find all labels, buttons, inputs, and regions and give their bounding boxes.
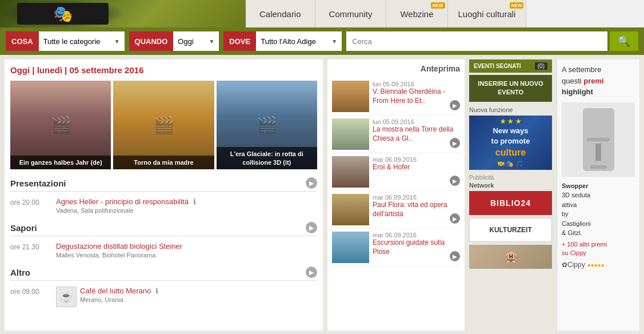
kulturzeit-banner[interactable]: KULTURZEIT	[469, 218, 552, 242]
event-location-agnes: Vadena, Sala polifunzionale	[56, 207, 317, 214]
preview-title-1[interactable]: V. Biennale Gherdëina - From Here to Et.…	[373, 88, 460, 105]
preview-panel: Anteprima lun 05.09.2016 V. Biennale Ghe…	[327, 59, 465, 331]
event-link-agnes[interactable]: Agnes Heller - principio di responsabili…	[56, 197, 196, 206]
event-location-degust: Malles Venosta, Biohotel Panorama	[56, 252, 317, 259]
ad-panel: A settembre questi premi highlight Swopp…	[557, 59, 639, 331]
event-item-degustazione: ore 21.30 Degustazione distillati biolog…	[10, 240, 317, 261]
event-time: ore 20.00	[10, 197, 56, 206]
quando-label: QUANDO	[129, 31, 174, 51]
section-altro: Altro ▶ ore 09.00 ☕ Café del lutto Meran…	[10, 267, 317, 309]
event-location-cafe: Merano, Urania	[80, 296, 158, 303]
preview-title-5[interactable]: Escursioni guidate sulla Plose	[373, 238, 460, 256]
logo-area: 🎭	[0, 0, 246, 27]
event-time-cafe: ore 09.00	[10, 287, 56, 296]
event-link-cafe[interactable]: Café del lutto Merano ℹ	[80, 287, 158, 295]
preview-date-4: mar 06.09.2016	[373, 194, 460, 201]
preview-date-3: mar 06.09.2016	[373, 156, 460, 163]
quando-filter: QUANDO Oggi ▼	[129, 31, 219, 51]
preview-thumb-2	[332, 118, 369, 150]
tab-calendario[interactable]: Calendario	[246, 0, 315, 27]
preview-item-5: mar 06.09.2016 Escursioni guidate sulla …	[332, 229, 460, 267]
search-bar: COSA Tutte le categorie ▼ QUANDO Oggi ▼ …	[0, 27, 644, 55]
tab-luoghi[interactable]: Luoghi culturali NEW	[448, 0, 527, 27]
preview-item-3: mar 06.09.2016 Eroi & Hofer ▶	[332, 153, 460, 191]
event-item-cafe: ore 09.00 ☕ Café del lutto Merano ℹ Mera…	[10, 284, 317, 309]
dove-filter: DOVE Tutto l'Alto Adige ▼	[223, 31, 342, 51]
nav-tabs-container: Calendario Community Webzine NEW Luoghi …	[246, 0, 526, 27]
preview-item-2: lun 05.09.2016 La mostra nella Torre del…	[332, 116, 460, 153]
section-altro-title: Altro	[10, 268, 30, 277]
section-altro-arrow[interactable]: ▶	[306, 267, 317, 278]
preview-thumb-4	[332, 194, 369, 225]
main-content: Oggi | lunedì | 05 settembre 2016 🎬 Ein …	[0, 55, 644, 334]
far-right-panel: EVENTI SEGNATI (0) INSERIRE UN NUOVOEVEN…	[469, 59, 552, 331]
event-item-agnes: ore 20.00 Agnes Heller - principio di re…	[10, 195, 317, 216]
search-button[interactable]: 🔍	[610, 31, 638, 51]
movie-thumb-3[interactable]: 🎬 L'era Glaciale: in rotta di collisione…	[217, 81, 317, 169]
eventi-box: EVENTI SEGNATI (0)	[469, 59, 552, 73]
preview-arrow-3[interactable]: ▶	[450, 176, 460, 186]
eventi-count: (0)	[535, 62, 547, 70]
dove-label: DOVE	[223, 31, 256, 51]
info-icon-agnes: ℹ	[193, 197, 196, 206]
tab-community[interactable]: Community	[315, 0, 387, 27]
eventi-title: EVENTI SEGNATI	[474, 63, 521, 69]
preview-arrow-4[interactable]: ▶	[450, 213, 460, 224]
cippy-info: ✿Cippy ●●●●●	[562, 261, 635, 269]
left-panel: Oggi | lunedì | 05 settembre 2016 🎬 Ein …	[5, 59, 323, 331]
preview-date-2: lun 05.09.2016	[373, 118, 460, 125]
new-badge-webzine: NEW	[431, 2, 445, 9]
preview-arrow-1[interactable]: ▶	[450, 100, 460, 110]
tab-webzine[interactable]: Webzine NEW	[386, 0, 447, 27]
movie-row: 🎬 Ein ganzes halbes Jahr (de) 🎬 Torno da…	[10, 81, 317, 169]
dove-select[interactable]: Tutto l'Alto Adige	[256, 31, 342, 51]
ad-text: A settembre questi premi highlight	[562, 64, 635, 98]
preview-header: Anteprima	[332, 64, 460, 73]
cippy-stars: ●●●●●	[587, 262, 605, 268]
new-badge-luoghi: NEW	[510, 2, 524, 9]
preview-date-5: mar 06.09.2016	[373, 232, 460, 238]
cosa-label: COSA	[6, 31, 39, 51]
plus-prizes: + 100 altri premisu Cippy	[562, 240, 635, 258]
cosa-filter: COSA Tutte le categorie ▼	[6, 31, 125, 51]
section-presentazioni-arrow[interactable]: ▶	[306, 177, 317, 189]
biblio-banner[interactable]: BIBLIO24	[469, 191, 552, 215]
ad-product-image	[562, 102, 635, 177]
preview-title-2[interactable]: La mostra nella Torre della Chiesa a Gl.…	[373, 125, 460, 143]
preview-item-4: mar 06.09.2016 Paul Flora: vita ed opera…	[332, 191, 460, 229]
event-time-degust: ore 21.30	[10, 242, 56, 251]
inserire-button[interactable]: INSERIRE UN NUOVOEVENTO	[469, 75, 552, 102]
network-label: Network	[469, 182, 552, 189]
movie-thumb-2[interactable]: 🎬 Torno da mia madre	[113, 81, 214, 169]
swopper-text: Swopper 3D seduta attiva by Castiglioni …	[562, 181, 635, 238]
event-link-degust[interactable]: Degustazione distillati biologici Steine…	[56, 242, 182, 250]
pub-label: Pubblicità	[469, 174, 552, 181]
nuova-funzione-label: Nuova funzione	[469, 106, 552, 113]
section-presentazioni: Presentazioni ▶ ore 20.00 Agnes Heller -…	[10, 177, 317, 216]
section-sapori-title: Sapori	[10, 223, 37, 233]
date-header: Oggi | lunedì | 05 settembre 2016	[10, 65, 317, 75]
preview-title-4[interactable]: Paul Flora: vita ed opera dell'artista	[373, 201, 460, 218]
cosa-select[interactable]: Tutte le categorie	[39, 31, 125, 51]
section-sapori: Sapori ▶ ore 21.30 Degustazione distilla…	[10, 222, 317, 261]
preview-thumb-5	[332, 232, 369, 263]
preview-thumb-3	[332, 156, 369, 188]
section-presentazioni-title: Presentazioni	[10, 178, 66, 188]
promo-banner[interactable]: ★ ★ ★ New ways to promote culture 🍽 🎭 🎵	[469, 116, 552, 170]
preview-date-1: lun 05.09.2016	[373, 81, 460, 88]
quando-select[interactable]: Oggi	[173, 31, 219, 51]
info-icon-cafe: ℹ	[155, 287, 158, 295]
extra-banner[interactable]: 🏨	[469, 245, 552, 269]
preview-arrow-5[interactable]: ▶	[450, 251, 460, 261]
movie-thumb-1[interactable]: 🎬 Ein ganzes halbes Jahr (de)	[10, 81, 111, 169]
top-nav: 🎭 Calendario Community Webzine NEW Luogh…	[0, 0, 644, 27]
section-sapori-arrow[interactable]: ▶	[306, 222, 317, 233]
preview-title-3[interactable]: Eroi & Hofer	[373, 163, 460, 172]
search-input[interactable]	[346, 31, 607, 51]
preview-thumb-1	[332, 81, 369, 112]
preview-item-1: lun 05.09.2016 V. Biennale Gherdëina - F…	[332, 78, 460, 116]
preview-arrow-2[interactable]: ▶	[450, 138, 460, 148]
